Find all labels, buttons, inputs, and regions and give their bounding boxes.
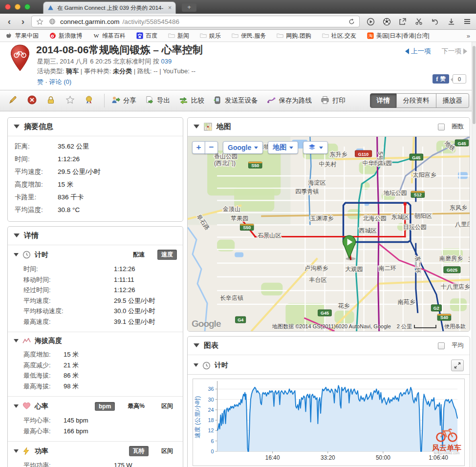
collapse-triangle-icon[interactable] xyxy=(14,339,19,345)
new-tab-button[interactable]: + xyxy=(182,3,196,12)
toggle-bpm[interactable]: bpm xyxy=(95,402,115,411)
menu-icon[interactable] xyxy=(462,17,472,26)
timing-chart-header[interactable]: 计时 xyxy=(188,355,470,374)
undo-icon[interactable] xyxy=(430,17,440,26)
bookmark-item[interactable]: 百度 xyxy=(136,32,157,40)
football-icon[interactable] xyxy=(382,17,391,26)
toggle-最高%[interactable]: 最高% xyxy=(124,401,149,411)
bookmark-item[interactable]: 娱乐 xyxy=(200,32,221,40)
toggle-区间[interactable]: 区间 xyxy=(157,401,177,411)
device-link[interactable]: 039 xyxy=(161,58,172,65)
map-zoom-in-button[interactable]: + xyxy=(192,141,205,154)
bookmark-item[interactable]: 社区.交友 xyxy=(322,32,356,40)
bookmark-item[interactable]: 网购.团购 xyxy=(277,32,311,40)
bookmark-star-icon[interactable] xyxy=(35,17,44,26)
prev-label[interactable]: 上一项 xyxy=(411,47,431,55)
speed-chart[interactable]: 06121824303616:4033:2050:001:06:40速度 (公里… xyxy=(193,379,465,466)
average-checkbox[interactable] xyxy=(438,342,445,349)
tab-close-icon[interactable]: × xyxy=(168,5,172,11)
collapse-triangle-icon[interactable] xyxy=(194,125,199,131)
map-zoom-out-button[interactable]: − xyxy=(205,141,218,154)
toolbar-action-发送至设备[interactable]: 发送至设备 xyxy=(213,96,258,106)
download-icon[interactable] xyxy=(446,17,456,26)
toggle-速度[interactable]: 速度 xyxy=(157,250,177,260)
bookmark-item[interactable]: 淘美国|日本|香港|台湾| xyxy=(367,32,429,40)
toolbar-action-比较[interactable]: 比较 xyxy=(179,96,204,106)
close-window-button[interactable] xyxy=(5,4,11,10)
bookmark-item[interactable]: 便民.服务 xyxy=(232,32,266,40)
collapse-triangle-icon[interactable] xyxy=(14,234,20,240)
svg-text:30: 30 xyxy=(208,397,214,403)
bookmark-item[interactable]: 新闻 xyxy=(168,32,189,40)
map-type-dropdown[interactable]: 地图 xyxy=(268,141,298,154)
toolbar-action-保存为路线[interactable]: 保存为路线 xyxy=(267,96,312,106)
collapse-triangle-icon[interactable] xyxy=(14,253,19,259)
play-circle-icon[interactable] xyxy=(366,17,375,26)
section-header[interactable]: 海拔高度 xyxy=(8,332,183,348)
bookmark-item[interactable]: 新浪微博 xyxy=(49,32,82,40)
details-panel-header[interactable]: 详情 xyxy=(8,227,183,245)
prev-item-link[interactable]: 上一项 xyxy=(405,47,431,56)
achievement-button[interactable] xyxy=(83,95,95,106)
next-item-link[interactable]: 下一项 xyxy=(442,47,468,56)
send-device-icon xyxy=(213,96,222,106)
toolbar-action-打印[interactable]: 打印 xyxy=(321,96,346,106)
reload-icon[interactable] xyxy=(346,17,356,26)
facebook-like: f赞 0 xyxy=(433,74,466,84)
section-header[interactable]: 功率瓦特区间 xyxy=(8,442,183,459)
toggle-区间[interactable]: 区间 xyxy=(157,446,177,456)
collapse-triangle-icon[interactable] xyxy=(14,125,20,131)
forward-button[interactable]: › xyxy=(18,16,28,27)
map-panel-header[interactable]: 地图 圈数 xyxy=(188,118,470,136)
expand-chart-button[interactable] xyxy=(451,360,464,371)
details-section-心率: 心率bpm最高%区间 平均心率:145 bpm最高心率:166 bpm xyxy=(8,396,183,441)
map-layers-dropdown[interactable] xyxy=(303,141,328,154)
window-controls[interactable] xyxy=(5,4,30,10)
collapse-triangle-icon[interactable] xyxy=(194,343,199,350)
bookmark-item[interactable]: W维基百科 xyxy=(93,32,126,40)
bookmarks-overflow-chevron[interactable]: » xyxy=(467,32,470,40)
page-scrollbar[interactable] xyxy=(472,42,476,467)
collapse-triangle-icon[interactable] xyxy=(14,449,19,456)
scissors-icon[interactable] xyxy=(414,17,424,26)
charts-panel-header[interactable]: 图表 平均 xyxy=(188,337,470,355)
back-button[interactable]: ‹ xyxy=(4,16,15,27)
facebook-like-label: 赞 xyxy=(440,75,446,83)
facebook-like-button[interactable]: f赞 xyxy=(433,74,449,84)
maximize-window-button[interactable] xyxy=(24,4,30,10)
bookmark-label: 网购.团购 xyxy=(286,32,311,40)
stat-value: 836 千卡 xyxy=(58,191,84,204)
summary-panel-header[interactable]: 摘要信息 xyxy=(8,118,183,136)
map-provider-dropdown[interactable]: Google xyxy=(223,141,263,154)
collapse-triangle-icon[interactable] xyxy=(14,404,19,411)
url-field[interactable]: connect.garmin.com/activity/558545486 xyxy=(31,16,360,27)
map-canvas[interactable]: S50S50G110G45G45S12G45G2G025S40G4香山公园(西北… xyxy=(188,136,470,331)
toggle-配速[interactable]: 配速 xyxy=(129,250,149,260)
collapse-triangle-icon[interactable] xyxy=(194,363,198,370)
share-page-icon[interactable] xyxy=(398,17,408,26)
browser-tab[interactable]: 在 Garmin Connect 上按 039 分类的 2014- × xyxy=(43,1,176,14)
view-tab-分段资料[interactable]: 分段资料 xyxy=(396,93,436,108)
toggle-瓦特[interactable]: 瓦特 xyxy=(129,446,149,456)
view-tab-播放器[interactable]: 播放器 xyxy=(436,93,470,108)
stat-value: 145 bpm xyxy=(64,415,88,426)
favorite-button[interactable] xyxy=(64,95,76,106)
like-link[interactable]: 赞 xyxy=(37,78,43,85)
svg-text:中关村: 中关村 xyxy=(319,161,336,168)
privacy-button[interactable] xyxy=(45,95,57,106)
delete-button[interactable] xyxy=(26,95,38,106)
svg-text:长辛店镇: 长辛店镇 xyxy=(220,295,243,301)
laps-checkbox[interactable] xyxy=(438,124,445,130)
minimize-window-button[interactable] xyxy=(15,4,21,10)
toolbar-action-导出[interactable]: 导出 xyxy=(145,96,170,106)
section-header[interactable]: 心率bpm最高%区间 xyxy=(8,397,183,414)
section-header[interactable]: 计时配速速度 xyxy=(8,245,183,263)
toolbar-action-分享[interactable]: 分享 xyxy=(111,96,136,106)
scrollbar-thumb[interactable] xyxy=(473,46,476,124)
facebook-like-count: 0 xyxy=(453,74,466,84)
bookmark-item[interactable]: 苹果中国 xyxy=(6,32,39,40)
terms-link[interactable]: 使用条款 xyxy=(444,323,466,330)
view-tab-详情[interactable]: 详情 xyxy=(370,93,397,108)
comment-link[interactable]: 评论 (0) xyxy=(49,78,72,85)
edit-button[interactable] xyxy=(7,95,19,106)
